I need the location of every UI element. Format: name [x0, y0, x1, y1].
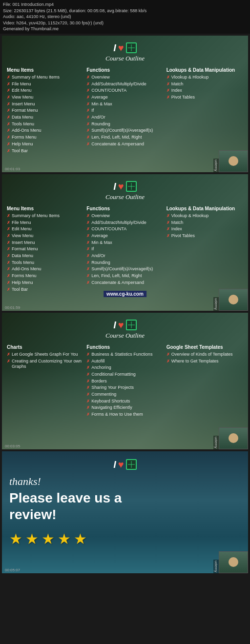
thumbnail-corner-1	[219, 150, 248, 172]
person-avatar-2	[229, 295, 238, 304]
x-icon: ✗	[7, 287, 10, 292]
i-letter-3: I	[113, 320, 116, 331]
star-3: ★	[42, 530, 55, 547]
video-panel-1: I ♥ Course Outline Menu Items ✗Summary o…	[2, 36, 248, 172]
list-item: ✗Rounding	[86, 121, 163, 127]
person-thumb-2	[219, 289, 248, 310]
x-icon: ✗	[7, 135, 10, 140]
list-item: ✗Let Google Sheets Graph For You	[7, 352, 83, 358]
x-icon: ✗	[86, 412, 90, 417]
course-outline-3: Course Outline	[7, 332, 243, 340]
list-item: ✗File Menu	[7, 81, 83, 87]
list-item: ✗Concatenate & Ampersand	[86, 141, 163, 147]
list-item: ✗Len, Find, Left, Mid, Right	[86, 135, 163, 141]
list-item: ✗Format Menu	[7, 246, 83, 252]
x-icon: ✗	[86, 399, 90, 404]
list-item: ✗Average	[86, 233, 163, 239]
i-letter-1: I	[113, 42, 116, 54]
x-icon: ✗	[7, 149, 10, 154]
x-icon: ✗	[86, 128, 90, 133]
x-icon: ✗	[7, 227, 10, 232]
list-item: ✗Navigating Efficiently	[86, 405, 163, 411]
x-icon: ✗	[167, 82, 170, 87]
x-icon: ✗	[86, 142, 90, 147]
list-item: ✗Insert Menu	[7, 240, 83, 246]
col-title-menu-2: Menu Items	[7, 206, 83, 211]
logo-icons-3: I ♥	[7, 320, 243, 331]
x-icon: ✗	[86, 405, 90, 410]
x-icon: ✗	[7, 102, 10, 107]
list-item: ✗Borders	[86, 379, 163, 384]
x-icon: ✗	[86, 115, 90, 120]
person-thumb-thanks	[219, 552, 248, 573]
list-item: ✗Sumif(s)/Countif(s)/Averageif(s)	[86, 266, 163, 272]
list-item: ✗Summary of Menu Items	[7, 75, 83, 80]
thanks-content: I ♥ thanks! Please leave us a review! ★ …	[2, 451, 248, 562]
x-icon: ✗	[86, 359, 90, 364]
audio-info: Audio: aac, 44100 Hz, stereo (und)	[3, 14, 247, 20]
person-thumb-3	[219, 428, 248, 449]
col-title-templates-3: Google Sheet Templates	[167, 344, 243, 350]
top-bar: File: 001 Introduction.mp4 Size: 2263013…	[0, 0, 250, 34]
person-avatar-3	[229, 433, 238, 443]
star-2: ★	[25, 530, 39, 547]
logo-icons-1: I ♥	[7, 42, 243, 54]
col-functions-2: Functions ✗Overview ✗Add/Subtract/Multip…	[86, 206, 163, 293]
x-icon: ✗	[7, 214, 10, 219]
x-icon: ✗	[86, 221, 90, 225]
file-info: File: 001 Introduction.mp4	[3, 1, 247, 8]
person-avatar-thanks	[229, 557, 238, 567]
course-outline-1: Course Outline	[7, 55, 243, 62]
col-title-functions-2: Functions	[86, 206, 163, 211]
x-icon: ✗	[86, 241, 90, 245]
list-item: ✗Match	[167, 81, 243, 87]
x-icon: ✗	[167, 221, 170, 225]
list-item: ✗Pivot Tables	[167, 95, 243, 101]
x-icon: ✗	[86, 281, 90, 285]
logo-icons-2: I ♥	[7, 181, 243, 192]
timestamp-3: 00:03:05	[5, 444, 20, 448]
x-icon: ✗	[86, 75, 90, 80]
logo-area-3: I ♥ Course Outline	[7, 317, 243, 341]
thumbnail-corner-3	[219, 427, 248, 449]
i-letter-2: I	[113, 181, 116, 192]
x-icon: ✗	[7, 95, 10, 100]
list-item: ✗Tool Bar	[7, 287, 83, 293]
x-icon: ✗	[167, 352, 170, 357]
x-icon: ✗	[86, 108, 90, 113]
logo-area-thanks: I ♥	[9, 456, 241, 471]
review-text: Please leave us a review!	[9, 490, 241, 523]
col-lookups-1: Lookups & Data Manipulation ✗Vlookup & H…	[167, 67, 243, 155]
list-item: ✗Pivot Tables	[167, 233, 243, 239]
list-item: ✗Format Menu	[7, 108, 83, 114]
x-icon: ✗	[7, 254, 10, 259]
x-icon: ✗	[7, 274, 10, 279]
list-item: ✗Add-Ons Menu	[7, 266, 83, 272]
col-menu-2: Menu Items ✗Summary of Menu Items ✗File …	[7, 206, 83, 293]
list-item: ✗Help Menu	[7, 280, 83, 286]
list-item: ✗Overview	[86, 213, 163, 219]
timestamp-1: 00:01:03	[5, 167, 20, 171]
x-icon: ✗	[167, 359, 170, 364]
x-icon: ✗	[86, 365, 90, 370]
panel-content-1: I ♥ Course Outline Menu Items ✗Summary o…	[2, 36, 248, 169]
col-menu-1: Menu Items ✗Summary of Menu Items ✗File …	[7, 67, 83, 155]
x-icon: ✗	[86, 274, 90, 279]
stars-row: ★ ★ ★ ★ ★	[9, 530, 241, 547]
list-item: ✗Forms Menu	[7, 273, 83, 279]
list-item: ✗COUNT/COUNTA	[86, 88, 163, 94]
udemy-label-1: udemy	[213, 159, 219, 172]
logo-area-2: I ♥ Course Outline	[7, 178, 243, 202]
list-item: ✗Rounding	[86, 260, 163, 266]
timestamp-2: 00:01:59	[5, 305, 20, 310]
watermark-2: www.cg-ku.com	[104, 291, 146, 297]
list-item: ✗Tools Menu	[7, 121, 83, 127]
x-icon: ✗	[86, 122, 90, 127]
x-icon: ✗	[86, 352, 90, 357]
list-item: ✗View Menu	[7, 95, 83, 101]
x-icon: ✗	[86, 95, 90, 100]
x-icon: ✗	[7, 115, 10, 120]
list-item: ✗Sumif(s)/Countif(s)/Averageif(s)	[86, 128, 163, 134]
col-functions-3: Functions ✗Business & Statistics Functio…	[86, 344, 163, 419]
generated-info: Generated by Thumbnail.me	[3, 26, 247, 32]
